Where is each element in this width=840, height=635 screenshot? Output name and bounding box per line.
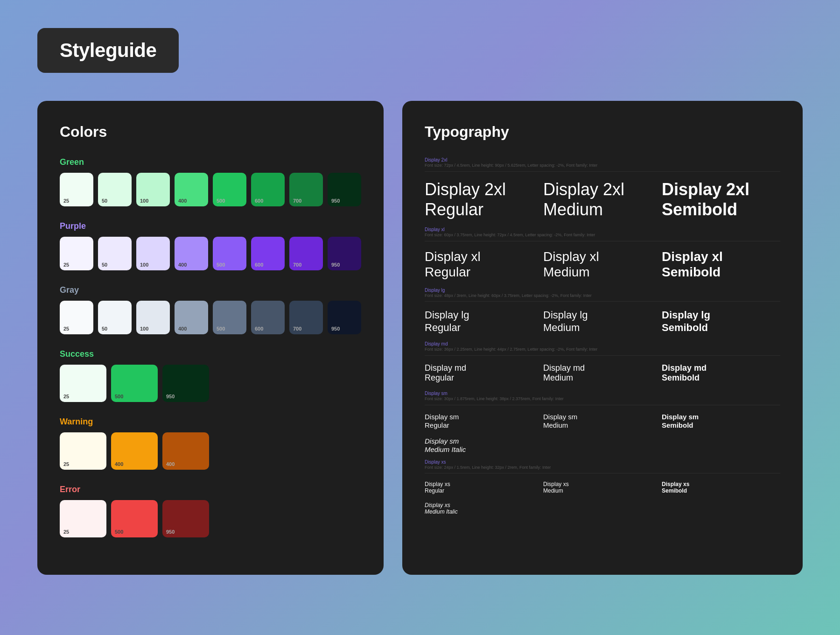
typo-cell: Display xl Medium	[543, 249, 662, 280]
typo-sample: Display xs Regular	[425, 481, 543, 494]
typo-section-header: Display smFont size: 30px / 1.875rem, Li…	[425, 391, 780, 402]
typography-rows: Display 2xlFont size: 72px / 4.5rem, Lin…	[425, 157, 780, 521]
page-title: Styleguide	[60, 39, 156, 61]
typo-section-label: Display sm	[425, 391, 780, 396]
typo-section-label: Display xs	[425, 459, 780, 465]
typo-extra: Display sm Medium Italic	[425, 437, 780, 459]
typo-sample: Display xs Medium	[543, 481, 662, 494]
typo-cell: Display 2xl Medium	[543, 179, 662, 219]
color-swatch: 950	[328, 173, 361, 206]
typo-cell: Display xs Regular	[425, 481, 543, 494]
color-swatch: 950	[162, 365, 209, 402]
typo-row: Display lg RegularDisplay lg MediumDispl…	[425, 301, 780, 341]
swatch-label: 500	[217, 262, 243, 268]
typo-extra: Display xs Medium Italic	[425, 502, 780, 521]
page-title-box: Styleguide	[37, 28, 179, 73]
swatch-row: 2550100400500600700950	[60, 237, 361, 270]
swatch-label: 50	[102, 262, 128, 268]
swatch-label: 600	[255, 262, 281, 268]
color-group-error: Error25500950	[60, 485, 361, 537]
typo-sample: Display xl Medium	[543, 249, 662, 280]
typo-sample: Display lg Regular	[425, 309, 543, 334]
color-swatch: 400	[175, 173, 208, 206]
color-swatch: 100	[136, 237, 170, 270]
typo-sample: Display sm Regular	[425, 413, 543, 430]
swatch-row: 2550100400500600700950	[60, 173, 361, 206]
swatch-label: 700	[293, 198, 319, 204]
color-swatch: 500	[213, 237, 246, 270]
typo-section-header: Display xsFont size: 24px / 1.5rem, Line…	[425, 459, 780, 471]
color-swatch: 500	[213, 173, 246, 206]
typo-sample: Display md Semibold	[662, 363, 780, 383]
swatch-label: 600	[255, 198, 281, 204]
typo-section-label: Display lg	[425, 288, 780, 293]
color-swatch: 400	[111, 432, 158, 470]
typo-section-header: Display lgFont size: 48px / 3rem, Line h…	[425, 288, 780, 299]
swatch-label: 50	[102, 198, 128, 204]
typo-cell: Display 2xl Semibold	[662, 179, 780, 219]
typo-row: Display sm RegularDisplay sm MediumDispl…	[425, 405, 780, 437]
color-swatch: 25	[60, 301, 93, 334]
swatch-label: 400	[178, 326, 204, 332]
typo-sample: Display xl Semibold	[662, 249, 780, 280]
swatch-row: 2550100400500600700950	[60, 301, 361, 334]
color-swatch: 700	[289, 301, 323, 334]
swatch-label: 100	[140, 262, 166, 268]
color-swatch: 400	[162, 432, 209, 470]
typo-row: Display xs RegularDisplay xs MediumDispl…	[425, 473, 780, 502]
color-swatch: 25	[60, 365, 106, 402]
color-groups: Green2550100400500600700950Purple2550100…	[60, 157, 361, 537]
typo-section-label: Display md	[425, 341, 780, 346]
color-swatch: 950	[162, 500, 209, 537]
typo-sample: Display 2xl Medium	[543, 179, 662, 219]
color-swatch: 600	[251, 237, 285, 270]
swatch-row: 25500950	[60, 365, 361, 402]
typo-sample: Display 2xl Semibold	[662, 179, 780, 219]
swatch-row: 25500950	[60, 500, 361, 537]
swatch-label: 500	[115, 529, 154, 535]
color-swatch: 500	[111, 500, 158, 537]
typo-sample-italic: Display sm Medium Italic	[425, 437, 780, 454]
typo-section-header: Display xlFont size: 60px / 3.75rem, Lin…	[425, 227, 780, 238]
swatch-label: 100	[140, 198, 166, 204]
swatch-label: 25	[63, 394, 103, 399]
color-swatch: 600	[251, 173, 285, 206]
typo-cell: Display lg Medium	[543, 309, 662, 334]
swatch-label: 400	[178, 262, 204, 268]
typo-cell: Display xs Medium	[543, 481, 662, 494]
typo-sample: Display sm Medium	[543, 413, 662, 430]
typography-panel: Typography Display 2xlFont size: 72px / …	[402, 101, 803, 575]
swatch-label: 25	[63, 326, 90, 332]
color-swatch: 50	[98, 301, 132, 334]
typo-sample: Display xl Regular	[425, 249, 543, 280]
color-swatch: 500	[111, 365, 158, 402]
color-group-gray: Gray2550100400500600700950	[60, 285, 361, 334]
typo-section-desc: Font size: 72px / 4.5rem, Line height: 9…	[425, 162, 780, 169]
color-group-label: Green	[60, 157, 361, 167]
typo-section-desc: Font size: 48px / 3rem, Line height: 60p…	[425, 293, 780, 299]
typo-cell: Display md Medium	[543, 363, 662, 383]
color-swatch: 100	[136, 301, 170, 334]
color-swatch: 700	[289, 237, 323, 270]
swatch-label: 400	[166, 461, 205, 467]
color-swatch: 100	[136, 173, 170, 206]
typo-section-desc: Font size: 30px / 1.875rem, Line height:…	[425, 396, 780, 402]
colors-heading: Colors	[60, 123, 361, 141]
typo-sample: Display 2xl Regular	[425, 179, 543, 219]
swatch-label: 100	[140, 326, 166, 332]
typo-cell: Display xl Regular	[425, 249, 543, 280]
swatch-label: 500	[115, 394, 154, 399]
swatch-label: 400	[178, 198, 204, 204]
typo-sample: Display md Regular	[425, 363, 543, 383]
swatch-label: 600	[255, 326, 281, 332]
color-group-label: Success	[60, 349, 361, 359]
typo-cell: Display md Semibold	[662, 363, 780, 383]
swatch-label: 950	[331, 262, 357, 268]
typo-cell: Display md Regular	[425, 363, 543, 383]
typo-sample-italic: Display xs Medium Italic	[425, 502, 780, 515]
typo-cell: Display sm Semibold	[662, 413, 780, 430]
typo-section-header: Display 2xlFont size: 72px / 4.5rem, Lin…	[425, 157, 780, 169]
swatch-row: 25400400	[60, 432, 361, 470]
typo-cell: Display xs Semibold	[662, 481, 780, 494]
swatch-label: 25	[63, 198, 90, 204]
